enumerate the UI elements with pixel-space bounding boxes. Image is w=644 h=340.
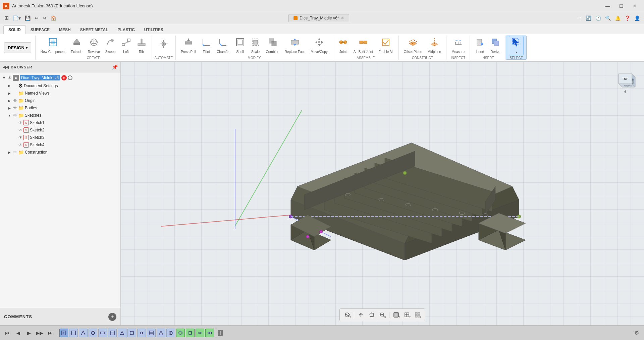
zoom-button[interactable] <box>378 310 387 320</box>
refresh-icon[interactable]: 🔄 <box>584 15 593 21</box>
browser-collapse-button[interactable]: ◀◀ <box>3 65 9 69</box>
browser-pin-button[interactable]: 📌 <box>112 64 118 70</box>
tree-construction[interactable]: ▶ 👁 📁 Construction <box>0 149 120 156</box>
timeline-item-6[interactable] <box>108 329 117 337</box>
timeline-playhead-handle[interactable] <box>218 330 223 336</box>
tree-document-settings[interactable]: ▶ ⚙ Document Settings <box>0 82 120 90</box>
expand-icon-construction[interactable]: ▶ <box>7 150 12 155</box>
timeline-settings-button[interactable]: ⚙ <box>632 328 641 338</box>
close-button[interactable]: ✕ <box>628 1 641 11</box>
tab-solid[interactable]: SOLID <box>3 25 26 34</box>
minimize-button[interactable]: — <box>601 1 614 11</box>
help-icon[interactable]: ❓ <box>623 15 632 21</box>
insert-derive-button[interactable]: Derive <box>488 36 503 55</box>
timeline-item-3[interactable] <box>79 329 88 337</box>
move-copy-button[interactable]: Move/Copy <box>308 36 330 55</box>
save-button[interactable]: 💾 <box>23 14 32 22</box>
tree-sketch3[interactable]: 👁 S Sketch3 <box>0 134 120 141</box>
maximize-button[interactable]: ☐ <box>614 1 628 11</box>
pan-button[interactable] <box>356 310 366 320</box>
tree-origin[interactable]: ▶ 👁 📁 Origin <box>0 97 120 104</box>
tree-named-views[interactable]: ▶ 📁 Named Views <box>0 90 120 97</box>
automate-button[interactable] <box>156 36 171 55</box>
timeline-item-9[interactable] <box>137 329 146 337</box>
expand-icon-sketches[interactable]: ▼ <box>7 113 12 118</box>
timeline-go-end-button[interactable]: ⏭ <box>46 328 55 338</box>
expand-icon-origin[interactable]: ▶ <box>7 98 12 103</box>
grid-menu-button[interactable]: ⊞ <box>3 14 10 22</box>
timeline-item-7[interactable] <box>118 329 126 337</box>
user-icon[interactable]: 👤 <box>633 15 641 21</box>
search-icon[interactable]: 🔍 <box>604 15 612 21</box>
viewport[interactable]: TOP FRONT SIDE N <box>121 62 644 325</box>
home-button[interactable]: 🏠 <box>49 14 58 22</box>
design-dropdown-button[interactable]: DESIGN ▾ <box>4 42 31 53</box>
inspect-measure-button[interactable]: Measure <box>449 36 467 55</box>
tab-sheet-metal[interactable]: SHEET METAL <box>75 26 113 34</box>
grid-display-button[interactable] <box>402 310 412 320</box>
expand-icon-doc-settings[interactable]: ▶ <box>7 83 12 89</box>
assemble-joint-button[interactable]: Joint <box>336 36 351 55</box>
loft-button[interactable]: Loft <box>119 36 133 55</box>
orbit-button[interactable] <box>342 310 352 320</box>
timeline-next-button[interactable]: ▶▶ <box>35 328 44 338</box>
visibility-icon-root[interactable]: 👁 <box>7 75 13 81</box>
redo-button[interactable]: ↪ <box>41 14 48 22</box>
timeline-item-5[interactable] <box>98 329 107 337</box>
timeline-go-start-button[interactable]: ⏮ <box>3 328 12 338</box>
tab-surface[interactable]: SURFACE <box>26 26 54 34</box>
construct-offset-plane-button[interactable]: Offset Plane <box>401 36 425 55</box>
tree-root-item[interactable]: ▼ 👁 ■ Dice_Tray_Middle v6 R <box>0 74 120 82</box>
vis-icon-bodies[interactable]: 👁 <box>12 105 18 111</box>
vis-icon-sketches[interactable]: 👁 <box>12 112 18 118</box>
fit-button[interactable] <box>367 310 376 320</box>
timeline-item-13[interactable] <box>176 329 185 337</box>
tree-bodies[interactable]: ▶ 👁 📁 Bodies <box>0 104 120 112</box>
press-pull-button[interactable]: Press Pull <box>178 36 198 55</box>
construct-midplane-button[interactable]: Midplane <box>425 36 444 55</box>
timeline-item-1[interactable] <box>59 329 68 337</box>
extrude-button[interactable]: Extrude <box>68 36 85 55</box>
document-tab[interactable]: Dice_Tray_Middle v6* ✕ <box>288 14 349 22</box>
select-button[interactable]: ▾ <box>509 36 524 55</box>
rib-button[interactable]: Rib <box>134 36 149 55</box>
comments-add-button[interactable]: + <box>108 313 116 321</box>
replace-face-button[interactable]: Replace Face <box>282 36 308 55</box>
timeline-item-2[interactable] <box>69 329 78 337</box>
viewcube[interactable]: TOP FRONT SIDE N <box>612 67 639 94</box>
revolve-button[interactable]: Revolve <box>86 36 102 55</box>
vis-icon-sketch4[interactable]: 👁 <box>17 142 23 148</box>
vis-icon-origin[interactable]: 👁 <box>12 98 18 104</box>
tab-plastic[interactable]: PLASTIC <box>113 26 139 34</box>
timeline-item-8[interactable] <box>127 329 136 337</box>
undo-button[interactable]: ↩ <box>33 14 40 22</box>
assemble-enable-all-button[interactable]: Enable All <box>376 36 395 55</box>
vis-icon-named-views[interactable] <box>12 90 18 96</box>
new-tab-button[interactable]: + <box>577 14 583 22</box>
timeline-item-4[interactable] <box>89 329 97 337</box>
vis-icon-construction[interactable]: 👁 <box>12 149 18 155</box>
shell-button[interactable]: Shell <box>233 36 248 55</box>
expand-icon-bodies[interactable]: ▶ <box>7 105 12 111</box>
scale-button[interactable]: Scale <box>248 36 263 55</box>
fillet-button[interactable]: Fillet <box>199 36 214 55</box>
notifications-icon[interactable]: 🔔 <box>613 15 622 21</box>
vis-icon-sketch1[interactable]: 👁 <box>17 120 23 126</box>
sweep-button[interactable]: Sweep <box>103 36 118 55</box>
combine-button[interactable]: Combine <box>264 36 282 55</box>
expand-icon-named-views[interactable]: ▶ <box>7 91 12 96</box>
tree-sketch4[interactable]: 👁 S Sketch4 <box>0 141 120 149</box>
create-new-component-button[interactable]: New Component <box>38 36 68 55</box>
tree-sketches[interactable]: ▼ 👁 📁 Sketches <box>0 112 120 119</box>
timeline-play-button[interactable]: ▶ <box>24 328 34 338</box>
layout-button[interactable] <box>413 310 422 320</box>
chamfer-button[interactable]: Chamfer <box>214 36 232 55</box>
comments-panel[interactable]: COMMENTS + <box>0 308 120 325</box>
timeline-item-15[interactable] <box>196 329 204 337</box>
timeline-item-11[interactable] <box>157 329 165 337</box>
tree-sketch1[interactable]: 👁 S Sketch1 <box>0 119 120 126</box>
assemble-as-built-joint-button[interactable]: As-Built Joint <box>351 36 375 55</box>
timeline-item-12[interactable] <box>166 329 175 337</box>
timeline-prev-button[interactable]: ◀ <box>13 328 23 338</box>
tab-mesh[interactable]: MESH <box>54 26 75 34</box>
